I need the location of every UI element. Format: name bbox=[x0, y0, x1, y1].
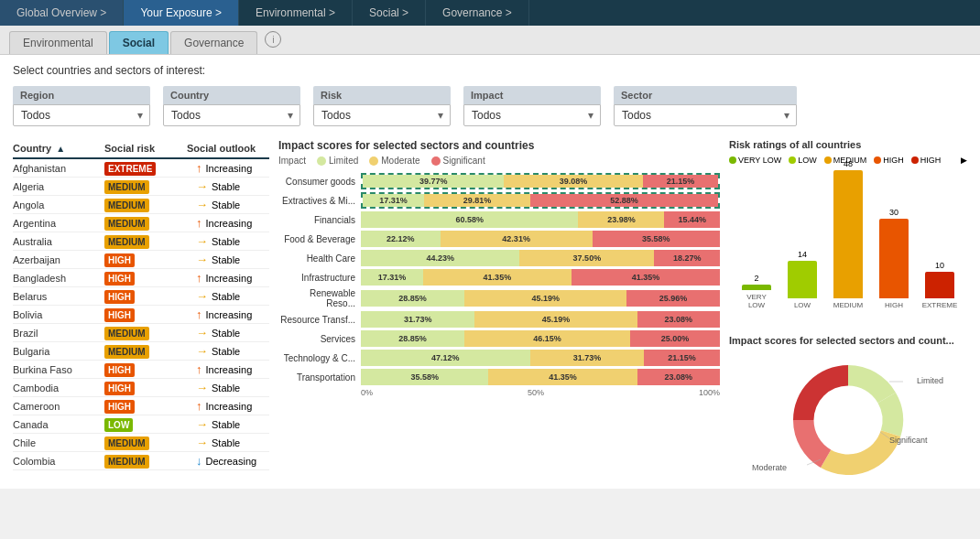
donut-chart: Limited Moderate Significant bbox=[747, 351, 949, 480]
risk-cell: MEDIUM bbox=[104, 346, 187, 357]
table-row[interactable]: Canada LOW → Stable bbox=[13, 415, 269, 434]
risk-cell: MEDIUM bbox=[104, 199, 187, 210]
outlook-label: Stable bbox=[212, 383, 240, 393]
table-body: Afghanistan EXTREME ↑ Increasing Algeria… bbox=[13, 159, 269, 470]
nav-your-exposure[interactable]: Your Exposure > bbox=[124, 0, 239, 26]
country-select[interactable]: Todos bbox=[163, 104, 300, 126]
sort-arrow-up[interactable]: ▲ bbox=[56, 144, 65, 154]
outlook-cell: ↓ Decreasing bbox=[187, 454, 269, 468]
table-row[interactable]: Belarus HIGH → Stable bbox=[13, 287, 269, 306]
right-arrow-icon[interactable]: ▶ bbox=[961, 156, 967, 165]
seg-moderate: 41.35% bbox=[423, 269, 572, 286]
table-row[interactable]: Brazil MEDIUM → Stable bbox=[13, 324, 269, 342]
tab-environmental[interactable]: Environmental bbox=[9, 31, 107, 54]
sub-tabs: Environmental Social Governance i bbox=[0, 26, 980, 55]
risk-badge: HIGH bbox=[104, 272, 135, 286]
risk-cell: LOW bbox=[104, 419, 187, 430]
impact-select[interactable]: Todos bbox=[463, 104, 601, 126]
outlook-arrow: → bbox=[196, 179, 208, 193]
country-name: Cameroon bbox=[13, 401, 104, 412]
country-name: Bulgaria bbox=[13, 346, 104, 357]
legend-dot-moderate bbox=[369, 156, 378, 166]
bar-segments: 28.85% 45.19% 25.96% bbox=[361, 290, 720, 307]
nav-governance[interactable]: Governance > bbox=[426, 0, 529, 26]
country-name: Brazil bbox=[13, 328, 104, 339]
outlook-cell: → Stable bbox=[187, 253, 269, 266]
vert-bar-fill bbox=[833, 170, 863, 298]
risk-cell: MEDIUM bbox=[104, 218, 187, 229]
table-row[interactable]: Afghanistan EXTREME ↑ Increasing bbox=[13, 159, 269, 178]
outlook-label: Increasing bbox=[206, 309, 253, 320]
table-row[interactable]: Argentina MEDIUM ↑ Increasing bbox=[13, 214, 269, 232]
table-row[interactable]: Burkina Faso HIGH ↑ Increasing bbox=[13, 361, 269, 379]
legend-limited: Limited bbox=[317, 156, 358, 166]
risk-badge: MEDIUM bbox=[104, 437, 149, 450]
bar-segments: 22.12% 42.31% 35.58% bbox=[361, 231, 720, 247]
outlook-label: Increasing bbox=[206, 163, 253, 174]
sector-select[interactable]: Todos bbox=[614, 104, 797, 126]
outlook-label: Stable bbox=[212, 419, 240, 430]
outlook-cell: ↑ Increasing bbox=[187, 271, 269, 285]
outlook-label: Increasing bbox=[206, 401, 253, 412]
table-row[interactable]: Bulgaria MEDIUM → Stable bbox=[13, 342, 269, 361]
outlook-cell: → Stable bbox=[187, 344, 269, 358]
donut-section: Impact scores for selected sectors and c… bbox=[729, 335, 967, 480]
region-filter: Region Todos bbox=[13, 86, 150, 126]
table-row[interactable]: Australia MEDIUM → Stable bbox=[13, 232, 269, 251]
nav-environmental[interactable]: Environmental > bbox=[239, 0, 353, 26]
vert-bar-label: EXTREME bbox=[922, 301, 958, 309]
bar-label: Infrastructure bbox=[278, 273, 361, 283]
outlook-cell: → Stable bbox=[187, 381, 269, 394]
table-row[interactable]: Bolivia HIGH ↑ Increasing bbox=[13, 306, 269, 324]
tab-social[interactable]: Social bbox=[109, 31, 169, 54]
country-name: Bangladesh bbox=[13, 273, 104, 284]
impact-filter: Impact Todos bbox=[463, 86, 601, 126]
vert-bar-value: 2 bbox=[754, 274, 758, 283]
bar-segments: 35.58% 41.35% 23.08% bbox=[361, 369, 720, 385]
country-name: Azerbaijan bbox=[13, 254, 104, 265]
country-name: Canada bbox=[13, 419, 104, 430]
table-row[interactable]: Cameroon HIGH ↑ Increasing bbox=[13, 397, 269, 415]
nav-global-overview[interactable]: Global Overview > bbox=[0, 0, 124, 26]
filters-row: Region Todos Country Todos Risk Todos bbox=[13, 86, 967, 126]
table-row[interactable]: Bangladesh HIGH ↑ Increasing bbox=[13, 269, 269, 287]
impact-chart-section: Impact scores for selected sectors and c… bbox=[278, 139, 720, 480]
table-row[interactable]: Cambodia HIGH → Stable bbox=[13, 379, 269, 397]
outlook-arrow: → bbox=[196, 289, 208, 303]
risk-badge: MEDIUM bbox=[104, 199, 149, 212]
risk-badge: MEDIUM bbox=[104, 180, 149, 194]
seg-moderate: 42.31% bbox=[441, 231, 593, 247]
outlook-cell: ↑ Increasing bbox=[187, 307, 269, 321]
region-select[interactable]: Todos bbox=[13, 104, 150, 126]
bar-chart-row: Resource Transf... 31.73% 45.19% 23.08% bbox=[278, 311, 720, 328]
seg-significant: 18.27% bbox=[654, 250, 720, 266]
seg-limited: 22.12% bbox=[361, 231, 441, 247]
info-icon[interactable]: i bbox=[265, 31, 281, 48]
risk-badge: HIGH bbox=[104, 290, 135, 304]
donut-hole bbox=[821, 393, 876, 447]
table-row[interactable]: Azerbaijan HIGH → Stable bbox=[13, 251, 269, 269]
bar-chart-row: Food & Beverage 22.12% 42.31% 35.58% bbox=[278, 231, 720, 247]
outlook-label: Stable bbox=[212, 199, 240, 210]
outlook-cell: → Stable bbox=[187, 436, 269, 449]
donut-title: Impact scores for selected sectors and c… bbox=[729, 335, 967, 346]
bar-segments: 44.23% 37.50% 18.27% bbox=[361, 250, 720, 266]
outlook-label: Increasing bbox=[206, 218, 253, 229]
risk-select[interactable]: Todos bbox=[313, 104, 451, 126]
country-name: Argentina bbox=[13, 218, 104, 229]
seg-moderate: 23.98% bbox=[578, 211, 664, 228]
seg-significant: 23.08% bbox=[637, 311, 720, 328]
country-name: Colombia bbox=[13, 456, 104, 467]
country-name: Chile bbox=[13, 437, 104, 448]
table-row[interactable]: Angola MEDIUM → Stable bbox=[13, 196, 269, 214]
nav-social[interactable]: Social > bbox=[353, 0, 426, 26]
outlook-label: Stable bbox=[212, 328, 240, 339]
table-row[interactable]: Colombia MEDIUM ↓ Decreasing bbox=[13, 452, 269, 470]
tab-governance[interactable]: Governance bbox=[170, 31, 257, 54]
bar-chart-row: Transportation 35.58% 41.35% 23.08% bbox=[278, 369, 720, 385]
table-row[interactable]: Algeria MEDIUM → Stable bbox=[13, 178, 269, 196]
table-row[interactable]: Chile MEDIUM → Stable bbox=[13, 434, 269, 452]
outlook-cell: → Stable bbox=[187, 417, 269, 431]
dot-extreme bbox=[911, 156, 919, 164]
outlook-cell: → Stable bbox=[187, 234, 269, 248]
